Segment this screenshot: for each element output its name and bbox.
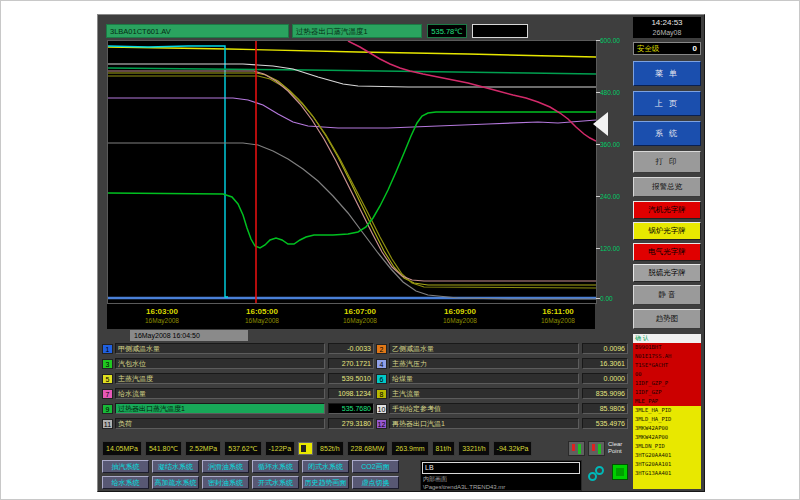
nav-button[interactable]: 虚点切换 [352,476,399,489]
trend-line-bright-green [108,112,596,248]
menu-button[interactable]: 系 统 [633,121,701,146]
alarm-tag[interactable]: 00 [633,370,701,379]
trend-line-khaki-b [108,76,596,288]
alarm-tag[interactable]: T1SE*GACHT [633,361,701,370]
nav-button[interactable]: 闭式水系统 [302,460,349,473]
alarm-tag[interactable]: N01E17SS.AH [633,352,701,361]
time-label: 16:09:00 [443,307,477,316]
legend-row[interactable]: 5 主蒸汽温度 539.5010 [102,373,374,384]
nav-button[interactable]: 高加疏水系统 [152,476,199,489]
pen-label[interactable]: 给水流量 [115,388,325,399]
alarm-tag[interactable]: 3HTG20AA401 [633,451,701,460]
pen-value: 270.1721 [328,358,374,369]
legend-row[interactable]: 9 过热器出口蒸汽温度1 535.7680 [102,403,374,414]
pen-value: 539.5010 [328,373,374,384]
menu-button[interactable]: 菜 单 [633,61,701,86]
nav-button[interactable]: 抽汽系统 [102,460,149,473]
nav-button[interactable]: 历史趋势画面 [302,476,349,489]
alarm-tag[interactable]: 3MLDN_PID [633,442,701,451]
mute-button[interactable]: 静 音 [633,285,701,305]
indicator-panel-icon[interactable] [568,441,585,456]
security-level: 安全级 0 [633,42,701,55]
annunciator-button[interactable]: 脱硫光字牌 [633,264,701,282]
nav-button[interactable]: 开式水系统 [252,476,299,489]
status-value: 228.68MW [347,441,389,456]
nav-button[interactable]: 给水系统 [102,476,149,489]
alarm-tag[interactable]: 3HTG20AA101 [633,460,701,469]
pen-label[interactable]: 负荷 [115,418,325,429]
alarm-list-yellow[interactable]: 3MLE_HA_PID3MLD_HA_PID3MKW42AP003MKW42AP… [633,406,701,489]
legend-row[interactable]: 12 再热器出口汽温1 535.4976 [376,418,628,429]
alarm-tag[interactable]: B99O1BHT [633,343,701,352]
alarm-tag[interactable]: 3MLE_HA_PID [633,406,701,415]
nav-button[interactable]: 润滑油系统 [202,460,249,473]
scale-tick: 0.00 [600,295,613,302]
console-status-line: 内部画面 [421,475,581,483]
point-query-input[interactable] [472,24,528,38]
scale-marker-icon[interactable] [593,112,608,136]
legend-row[interactable]: 11 负荷 279.3180 [102,418,374,429]
pen-value: 85.9805 [582,403,628,414]
legend-row[interactable]: 6 给煤量 0.0000 [376,373,628,384]
legend-row[interactable]: 8 主汽流量 835.9096 [376,388,628,399]
print-button[interactable]: 打 印 [633,151,701,173]
trend-page-button[interactable]: 趋势图 [633,309,701,329]
alarm-tag[interactable]: MLE_PAP [633,397,701,406]
nav-button[interactable]: 循环水系统 [252,460,299,473]
status-value: 81t/h [432,441,456,456]
pen-value: 1098.1234 [328,388,374,399]
ack-strip[interactable]: 确 认 [633,334,701,343]
value-scale: 600.00 480.00 360.00 240.00 120.00 0.00 [597,40,630,302]
alarm-list-red[interactable]: B99O1BHTN01E17SS.AHT1SE*GACHT001IDF_GZP_… [633,343,701,406]
pen-label[interactable]: 给煤量 [389,373,579,384]
security-value: 0 [693,44,697,53]
alarm-tag[interactable]: 1IDF_GZP_P [633,379,701,388]
trend-chart[interactable] [107,40,597,304]
pen-label[interactable]: 主汽流量 [389,388,579,399]
legend-row[interactable]: 3 汽包水位 270.1721 [102,358,374,369]
nav-button[interactable]: 凝结水系统 [152,460,199,473]
green-status-button[interactable] [612,464,628,480]
pen-label[interactable]: 手动给定参考值 [389,403,579,414]
pen-label[interactable]: 汽包水位 [115,358,325,369]
link-icon[interactable] [588,464,608,486]
annunciator-button[interactable]: 锅炉光字牌 [633,222,701,240]
pen-label[interactable]: 再热器出口汽温1 [389,418,579,429]
annunciator-button[interactable]: 汽机光字牌 [633,201,701,219]
time-tick: 16:05:00 16May2008 [245,307,279,324]
annunciator-button[interactable]: 电气光字牌 [633,243,701,261]
alarm-tag[interactable]: 3MKW42AP00 [633,433,701,442]
legend-row[interactable]: 10 手动给定参考值 85.9805 [376,403,628,414]
status-value: 537.62℃ [224,441,261,456]
date-label: 16May2008 [343,317,377,324]
command-input[interactable]: LB [422,462,580,474]
legend-row[interactable]: 7 给水流量 1098.1234 [102,388,374,399]
menu-button[interactable]: 上 页 [633,91,701,116]
point-tag-field[interactable]: 3LBA01CT601.AV [106,24,289,38]
legend-row[interactable]: 1 甲侧减温水量 -0.0033 [102,343,374,354]
point-value-readout: 535.78℃ [427,24,467,38]
nav-button[interactable]: CO2画面 [352,460,399,473]
pen-number-chip: 12 [376,419,387,429]
clear-point-label[interactable]: Clear Point [608,441,630,455]
alarm-tag[interactable]: 3MLD_HA_PID [633,415,701,424]
alarm-tag[interactable]: 3HTG13AA401 [633,469,701,478]
pen-label[interactable]: 主蒸汽压力 [389,358,579,369]
pen-label[interactable]: 乙侧减温水量 [389,343,579,354]
pen-label[interactable]: 甲侧减温水量 [115,343,325,354]
time-label: 16:11:00 [541,307,575,316]
point-name-field[interactable]: 过热器出口蒸汽温度1 [292,24,422,38]
trend-plot[interactable] [108,41,596,303]
pen-label[interactable]: 过热器出口蒸汽温度1 [115,403,325,414]
trend-line-yellow [108,47,596,57]
legend-row[interactable]: 2 乙侧减温水量 0.0096 [376,343,628,354]
alarm-tag[interactable]: 1IDF_GZP [633,388,701,397]
alarm-tag[interactable]: 3MKW42AP00 [633,424,701,433]
pen-label[interactable]: 主蒸汽温度 [115,373,325,384]
alarm-summary-button[interactable]: 报警总览 [633,177,701,197]
time-label: 16:07:00 [343,307,377,316]
nav-button[interactable]: 密封油系统 [202,476,249,489]
legend-row[interactable]: 4 主蒸汽压力 16.3061 [376,358,628,369]
indicator-panel-icon[interactable] [588,441,605,456]
warning-chip-icon[interactable] [298,442,313,455]
